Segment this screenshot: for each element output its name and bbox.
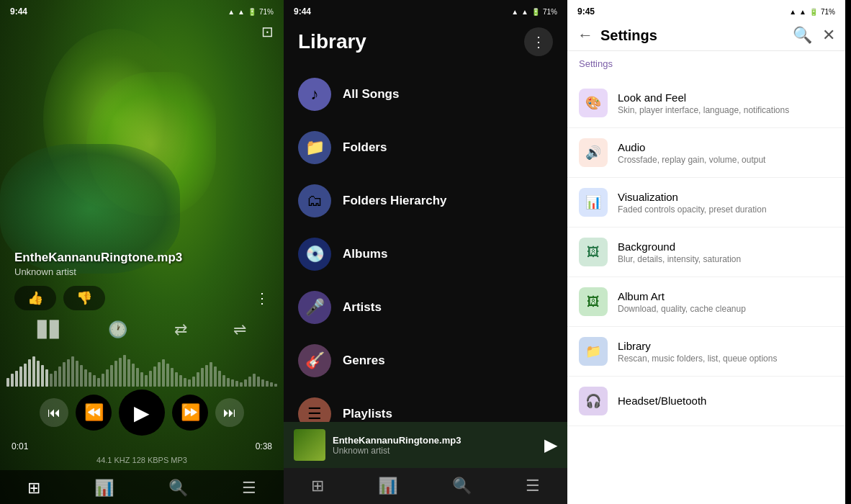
settings-item-library[interactable]: 📁 Library Rescan, music folders, list, q…: [567, 327, 845, 377]
visualization-icon: 📊: [585, 194, 601, 210]
waveform-bar: [179, 375, 182, 387]
audio-icon: 🔊: [585, 145, 601, 161]
lib-nav-search-icon[interactable]: 🔍: [452, 477, 472, 495]
headset-title: Headset/Bluetooth: [618, 395, 706, 407]
previous-button[interactable]: ⏪: [76, 395, 112, 431]
waveform-bar: [97, 378, 100, 387]
next-button[interactable]: ⏩: [172, 395, 208, 431]
background-icon-wrap: 🖼: [579, 238, 608, 266]
library-item-artists[interactable]: 🎤 Artists: [291, 281, 560, 334]
folders-hierarchy-label: Folders Hierarchy: [343, 194, 447, 208]
folders-label: Folders: [343, 140, 387, 155]
nav-menu-icon[interactable]: ☰: [242, 479, 256, 498]
library-header: Library ⋮: [284, 20, 567, 68]
wifi-icon: ▲: [238, 8, 245, 16]
waveform-bar: [11, 374, 14, 387]
skip-to-end-button[interactable]: ⏭: [215, 398, 244, 427]
waveform-bar: [197, 372, 199, 387]
album-art-area: [0, 43, 284, 245]
lib-nav-chart-icon[interactable]: 📊: [378, 477, 397, 495]
library-item-all-songs[interactable]: ♪ All Songs: [291, 68, 560, 121]
waveform-bar: [41, 365, 44, 387]
waveform-bar: [80, 365, 83, 387]
settings-item-look-and-feel[interactable]: 🎨 Look and Feel Skin, player interface, …: [567, 78, 845, 128]
thumbs-up-button[interactable]: 👍: [14, 286, 56, 310]
play-button[interactable]: ▶: [119, 390, 165, 436]
repeat-icon[interactable]: ⇄: [174, 320, 187, 339]
settings-item-audio[interactable]: 🔊 Audio Crossfade, replay gain, volume, …: [567, 128, 845, 178]
library-item-genres[interactable]: 🎸 Genres: [291, 334, 560, 387]
artists-icon-wrap: 🎤: [298, 291, 331, 324]
settings-back-button[interactable]: ←: [577, 26, 593, 45]
lib-nav-grid-icon[interactable]: ⊞: [311, 477, 324, 495]
visualization-subtitle: Faded controls opacity, preset duration: [618, 204, 767, 215]
genres-icon: 🎸: [305, 351, 325, 370]
waveform-bar: [76, 361, 78, 387]
shuffle-icon[interactable]: ⇌: [233, 320, 246, 339]
lib-nav-menu-icon[interactable]: ☰: [526, 477, 540, 495]
track-actions: 👍 👎 ⋮: [0, 280, 284, 316]
battery-icon: 🔋: [248, 8, 256, 16]
playlists-icon: ☰: [307, 405, 322, 422]
headset-icon: 🎧: [585, 393, 601, 409]
more-options-icon[interactable]: ⋮: [255, 289, 269, 307]
nav-chart-icon[interactable]: 📊: [94, 479, 114, 498]
settings-item-album-art[interactable]: 🖼 Album Art Download, quality, cache cle…: [567, 277, 845, 327]
settings-battery-pct: 71%: [821, 8, 835, 16]
player-time: 9:44: [10, 6, 27, 17]
library-settings-title: Library: [618, 340, 777, 352]
skip-to-start-button[interactable]: ⏮: [40, 398, 68, 427]
lib-battery-pct: 71%: [543, 8, 557, 16]
library-item-albums[interactable]: 💿 Albums: [291, 228, 560, 281]
background-content: Background Blur, details, intensity, sat…: [618, 240, 741, 264]
current-time: 0:01: [12, 441, 28, 451]
waveform-bar: [248, 377, 251, 387]
track-title: EntheKannanuRingtone.mp3: [14, 251, 269, 265]
play-icon: ▶: [134, 401, 150, 425]
settings-panel: 9:45 ▲ ▲ 🔋 71% ← Settings 🔍 ✕ Settings 🎨…: [567, 0, 845, 504]
skip-next-icon: ⏭: [223, 405, 236, 420]
visualizer-icon[interactable]: ▊▊: [37, 320, 62, 339]
waveform-bar: [136, 368, 139, 387]
settings-search-button[interactable]: 🔍: [793, 26, 812, 45]
settings-battery-icon: 🔋: [809, 8, 818, 16]
settings-close-button[interactable]: ✕: [822, 26, 835, 45]
library-item-folders[interactable]: 📁 Folders: [291, 121, 560, 174]
audio-icon-wrap: 🔊: [579, 138, 608, 167]
library-item-folders-hierarchy[interactable]: 🗂 Folders Hierarchy: [291, 174, 560, 228]
library-item-playlists[interactable]: ☰ Playlists: [291, 387, 560, 422]
waveform-bar: [244, 379, 247, 387]
mini-play-button[interactable]: ▶: [544, 435, 557, 455]
library-menu-button[interactable]: ⋮: [524, 27, 553, 56]
waveform-bar: [210, 362, 212, 387]
library-list: ♪ All Songs 📁 Folders 🗂 Folders Hierarch…: [284, 68, 567, 422]
settings-item-visualization[interactable]: 📊 Visualization Faded controls opacity, …: [567, 178, 845, 228]
waveform-bar: [145, 375, 148, 387]
nav-search-icon[interactable]: 🔍: [168, 479, 188, 498]
settings-breadcrumb: Settings: [567, 51, 845, 76]
settings-item-headset[interactable]: 🎧 Headset/Bluetooth: [567, 377, 845, 426]
timer-icon[interactable]: 🕐: [108, 320, 127, 339]
mini-track-artist: Unknown artist: [333, 446, 537, 456]
waveform-bar: [123, 355, 126, 387]
mini-album-art: [294, 429, 325, 461]
nav-grid-icon[interactable]: ⊞: [27, 479, 40, 498]
lib-wifi-icon: ▲: [521, 8, 528, 16]
waveform-bar: [253, 374, 256, 387]
library-title: Library: [298, 30, 366, 53]
cast-icon[interactable]: ⊡: [261, 23, 274, 40]
player-panel: 9:44 ▲ ▲ 🔋 71% ⊡ EntheKannanuRingtone.mp…: [0, 0, 284, 504]
album-art-content: Album Art Download, quality, cache clean…: [618, 290, 746, 314]
albums-icon-wrap: 💿: [298, 238, 331, 271]
waveform-bar: [205, 365, 208, 387]
waveform-bar: [227, 378, 230, 387]
player-status-icons: ▲ ▲ 🔋 71%: [228, 8, 274, 16]
library-mini-player[interactable]: EntheKannanuRingtone.mp3 Unknown artist …: [284, 422, 567, 468]
settings-item-background[interactable]: 🖼 Background Blur, details, intensity, s…: [567, 228, 845, 277]
thumbs-down-button[interactable]: 👎: [63, 286, 105, 310]
audio-title: Audio: [618, 141, 765, 153]
playlists-label: Playlists: [343, 407, 392, 421]
lib-signal-icon: ▲: [511, 8, 518, 16]
playlists-icon-wrap: ☰: [298, 397, 331, 422]
thumbs-up-icon: 👍: [27, 290, 43, 306]
